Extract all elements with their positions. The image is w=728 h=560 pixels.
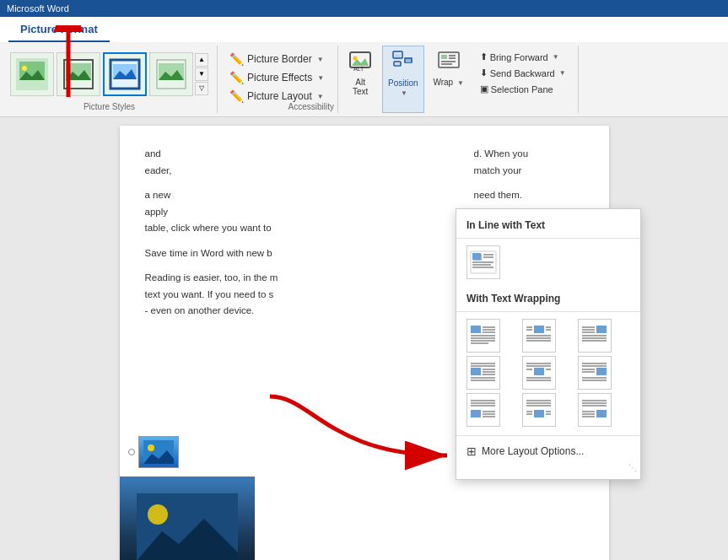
divider-3 <box>456 435 640 436</box>
wrap-option-7[interactable] <box>466 393 500 427</box>
picture-effects-icon: ✏️ <box>229 71 244 84</box>
svg-point-18 <box>353 57 358 61</box>
panel-resize-handle: ⋱ <box>456 463 640 472</box>
selection-pane-label: Selection Pane <box>491 84 553 94</box>
wrap-option-1[interactable] <box>466 319 500 353</box>
picture-layout-icon: ✏️ <box>229 89 244 103</box>
wrap-option-2[interactable] <box>522 319 556 353</box>
svg-point-3 <box>22 66 27 71</box>
wrap-option-6[interactable] <box>578 356 612 390</box>
ribbon-content: ▲ ▼ ▽ Picture Styles ✏️ Picture Border ▼ <box>0 42 728 116</box>
wrap-text-label: Wrap ▼ <box>433 78 463 88</box>
selection-pane-icon: ▣ <box>480 83 488 94</box>
doc-image <box>120 477 255 560</box>
svg-rect-77 <box>534 368 544 375</box>
picture-border-label: Picture Border <box>247 53 312 65</box>
group-picture-effects: ✏️ Picture Border ▼ ✏️ Picture Effects ▼… <box>221 46 338 113</box>
selection-pane-btn[interactable]: ▣ Selection Pane <box>473 81 573 97</box>
more-layout-label: More Layout Options... <box>482 445 584 457</box>
more-layout-icon: ⊞ <box>466 444 477 458</box>
wrap-option-5[interactable] <box>522 356 556 390</box>
pe-items: ✏️ Picture Border ▼ ✏️ Picture Effects ▼… <box>224 47 329 105</box>
bring-forward-icon: ⬆ <box>480 51 488 62</box>
wrap-option-3[interactable] <box>578 319 612 353</box>
title-bar: Microsoft Word <box>0 0 728 17</box>
doc-thumbnail-area <box>128 436 179 468</box>
style-scroll: ▲ ▼ ▽ <box>195 53 208 95</box>
wrap-text-btn[interactable]: Wrap ▼ <box>428 46 470 113</box>
group-picture-styles-label: Picture Styles <box>10 100 208 111</box>
effects-dropdown-arrow: ▼ <box>317 74 324 82</box>
send-backward-label: Send Backward <box>490 68 555 78</box>
inline-section-title: In Line with Text <box>456 216 640 234</box>
wrap-section-title: With Text Wrapping <box>456 289 640 308</box>
alt-text-btn[interactable]: ALT AltText <box>342 46 379 113</box>
picture-styles-items: ▲ ▼ ▽ <box>10 47 208 100</box>
style-thumb-4[interactable] <box>149 52 193 96</box>
border-dropdown-arrow: ▼ <box>317 56 324 63</box>
style-thumbnails <box>10 52 193 96</box>
svg-rect-62 <box>596 326 607 333</box>
svg-rect-21 <box>395 54 401 57</box>
thumb-image <box>138 436 179 468</box>
wrap-options-grid <box>456 315 640 430</box>
svg-rect-98 <box>534 410 544 417</box>
wrap-option-4[interactable] <box>466 356 500 390</box>
divider-1 <box>456 238 640 239</box>
svg-point-34 <box>148 504 168 525</box>
divider-2 <box>456 311 640 312</box>
layout-dropdown-arrow: ▼ <box>317 93 324 100</box>
scroll-down-btn[interactable]: ▼ <box>195 67 208 81</box>
send-backward-btn[interactable]: ⬇ Send Backward ▼ <box>473 65 573 81</box>
svg-rect-26 <box>439 52 459 67</box>
position-label: Position ▼ <box>388 78 418 97</box>
wrap-option-9[interactable] <box>578 393 612 427</box>
tab-picture-format[interactable]: Picture Format <box>8 18 110 42</box>
inline-layout-option[interactable] <box>466 245 500 279</box>
alt-text-label: AltText <box>353 78 368 96</box>
app-container: Microsoft Word Picture Format <box>0 0 728 560</box>
document-area: and eader, a new apply table, click wher… <box>0 117 728 560</box>
thumb-handle <box>128 449 135 455</box>
alt-text-icon: ALT <box>348 49 372 78</box>
position-icon <box>391 50 415 78</box>
accessibility-label: Accessibility <box>289 102 334 111</box>
ribbon: ▲ ▼ ▽ Picture Styles ✏️ Picture Border ▼ <box>0 42 728 117</box>
group-picture-styles: ▲ ▼ ▽ Picture Styles <box>7 46 218 113</box>
doc-image-svg <box>137 493 238 560</box>
send-backward-icon: ⬇ <box>480 67 488 78</box>
svg-rect-84 <box>596 368 607 375</box>
style-thumb-2[interactable] <box>57 52 100 96</box>
scroll-expand-btn[interactable]: ▽ <box>195 82 208 95</box>
svg-rect-25 <box>406 59 411 62</box>
svg-rect-40 <box>472 253 481 260</box>
svg-rect-91 <box>471 410 481 417</box>
more-layout-btn[interactable]: ⊞ More Layout Options... <box>456 439 640 463</box>
app-title: Microsoft Word <box>7 3 69 13</box>
position-dropdown-panel: In Line with Text <box>456 208 641 480</box>
svg-rect-46 <box>471 326 481 333</box>
picture-border-icon: ✏️ <box>229 52 244 66</box>
position-btn[interactable]: Position ▼ <box>382 46 424 113</box>
picture-effects-btn[interactable]: ✏️ Picture Effects ▼ <box>224 69 329 86</box>
style-thumb-3[interactable] <box>103 52 147 96</box>
bring-forward-label: Bring Forward <box>490 52 548 62</box>
svg-rect-69 <box>471 368 481 375</box>
inline-options <box>456 242 640 283</box>
scroll-up-btn[interactable]: ▲ <box>195 53 208 67</box>
wrap-text-icon <box>437 49 461 76</box>
svg-rect-27 <box>441 55 447 59</box>
svg-rect-106 <box>596 410 607 417</box>
picture-layout-label: Picture Layout <box>247 90 312 102</box>
ribbon-tab-bar: Picture Format <box>0 17 728 42</box>
svg-rect-54 <box>534 326 544 333</box>
svg-point-36 <box>148 444 154 451</box>
style-thumb-1[interactable] <box>10 52 54 96</box>
svg-text:ALT: ALT <box>353 66 364 72</box>
wrap-option-8[interactable] <box>522 393 556 427</box>
svg-rect-23 <box>396 63 400 66</box>
arrange-btns: ⬆ Bring Forward ▼ ⬇ Send Backward ▼ ▣ Se… <box>473 46 579 113</box>
picture-effects-label: Picture Effects <box>247 72 312 83</box>
bring-forward-btn[interactable]: ⬆ Bring Forward ▼ <box>473 49 573 65</box>
picture-border-btn[interactable]: ✏️ Picture Border ▼ <box>224 51 329 67</box>
